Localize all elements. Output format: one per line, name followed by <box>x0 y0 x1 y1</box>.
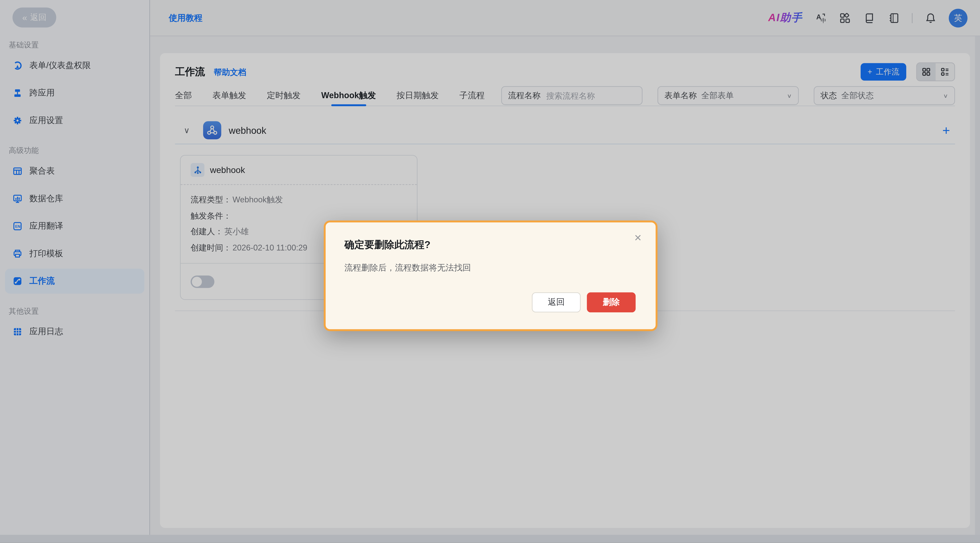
modal-message: 流程删除后，流程数据将无法找回 <box>344 262 637 274</box>
app-root: 使用教程 AI助手 A中 英 « 返回 <box>0 0 980 543</box>
modal-actions: 返回 删除 <box>532 292 636 312</box>
return-button[interactable]: 返回 <box>532 292 581 312</box>
modal-title: 确定要删除此流程? <box>344 239 637 252</box>
delete-confirm-modal: ✕ 确定要删除此流程? 流程删除后，流程数据将无法找回 返回 删除 <box>324 221 657 331</box>
close-icon[interactable]: ✕ <box>634 233 642 243</box>
delete-button[interactable]: 删除 <box>587 292 636 312</box>
